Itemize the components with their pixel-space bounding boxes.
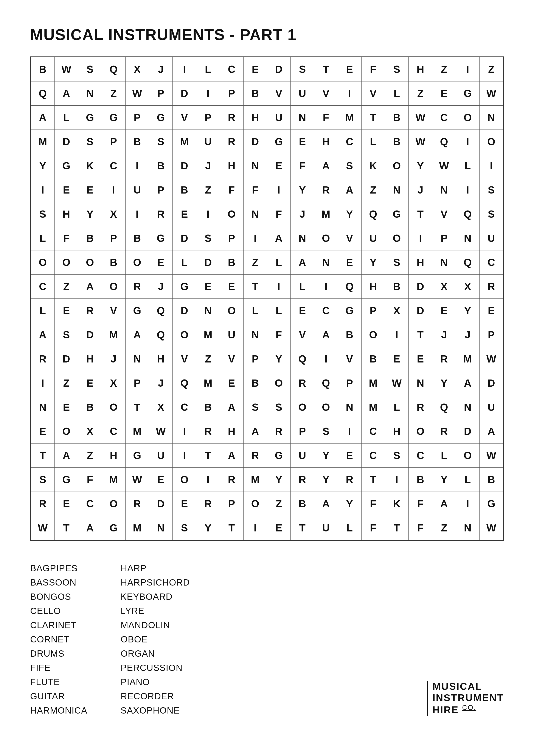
grid-cell: P	[196, 106, 220, 130]
grid-cell: P	[243, 347, 267, 371]
grid-cell: H	[243, 106, 267, 130]
logo-line-3: HIRE CO.	[432, 704, 476, 716]
grid-cell: S	[78, 130, 102, 154]
grid-cell: L	[432, 444, 456, 468]
grid-cell: K	[78, 154, 102, 178]
word-item: ORGAN	[120, 648, 211, 659]
grid-cell: N	[78, 81, 102, 106]
grid-cell: A	[78, 275, 102, 299]
grid-cell: E	[149, 468, 173, 492]
grid-cell: G	[173, 275, 196, 299]
grid-cell: J	[102, 347, 126, 371]
grid-cell: I	[338, 81, 362, 106]
word-column-1: BAGPIPESBASSOONBONGOSCELLOCLARINETCORNET…	[30, 563, 120, 716]
grid-cell: Y	[314, 444, 338, 468]
grid-cell: H	[361, 275, 385, 299]
grid-cell: M	[31, 130, 55, 154]
grid-cell: T	[243, 275, 267, 299]
word-item: HARPSICHORD	[120, 577, 211, 588]
grid-cell: Y	[456, 299, 479, 323]
grid-cell: Q	[102, 57, 126, 81]
grid-cell: G	[338, 299, 362, 323]
grid-cell: R	[314, 178, 338, 202]
grid-cell: F	[361, 492, 385, 516]
grid-cell: V	[173, 106, 196, 130]
grid-cell: C	[102, 154, 126, 178]
grid-cell: O	[220, 299, 243, 323]
grid-cell: N	[456, 516, 479, 540]
grid-cell: O	[385, 226, 409, 251]
grid-cell: H	[220, 419, 243, 444]
word-item: HARP	[120, 563, 211, 574]
grid-cell: B	[243, 371, 267, 395]
grid-cell: B	[338, 323, 362, 347]
grid-cell: P	[125, 106, 149, 130]
grid-cell: F	[291, 154, 314, 178]
grid-cell: I	[173, 419, 196, 444]
grid-cell: P	[220, 226, 243, 251]
grid-cell: A	[31, 106, 55, 130]
grid-cell: L	[267, 299, 291, 323]
grid-cell: E	[267, 516, 291, 540]
grid-cell: N	[432, 251, 456, 275]
grid-cell: I	[125, 154, 149, 178]
grid-cell: Y	[267, 347, 291, 371]
grid-cell: E	[432, 299, 456, 323]
grid-cell: L	[456, 154, 479, 178]
grid-cell: S	[149, 130, 173, 154]
logo-box: MUSICAL INSTRUMENT HIRE CO.	[427, 681, 504, 716]
grid-cell: X	[385, 299, 409, 323]
grid-cell: N	[196, 299, 220, 323]
grid-cell: I	[243, 516, 267, 540]
word-item: GUITAR	[30, 691, 120, 701]
grid-cell: R	[149, 202, 173, 226]
word-item: KEYBOARD	[120, 592, 211, 602]
grid-cell: O	[220, 202, 243, 226]
grid-cell: E	[385, 347, 409, 371]
grid-cell: G	[102, 516, 126, 540]
grid-cell: L	[385, 81, 409, 106]
grid-cell: R	[479, 275, 503, 299]
grid-cell: D	[173, 81, 196, 106]
grid-cell: E	[338, 251, 362, 275]
grid-cell: C	[408, 444, 432, 468]
grid-cell: W	[479, 516, 503, 540]
grid-cell: Z	[102, 81, 126, 106]
grid-cell: P	[220, 81, 243, 106]
grid-cell: I	[456, 130, 479, 154]
grid-cell: W	[408, 106, 432, 130]
grid-cell: T	[408, 202, 432, 226]
grid-cell: W	[149, 419, 173, 444]
grid-cell: V	[102, 299, 126, 323]
grid-cell: W	[479, 347, 503, 371]
grid-cell: M	[102, 323, 126, 347]
grid-cell: Y	[432, 371, 456, 395]
grid-cell: R	[220, 106, 243, 130]
grid-cell: U	[291, 81, 314, 106]
grid-cell: A	[55, 444, 78, 468]
grid-cell: I	[385, 468, 409, 492]
grid-cell: J	[196, 154, 220, 178]
grid-cell: B	[125, 130, 149, 154]
grid-cell: W	[125, 468, 149, 492]
grid-cell: G	[385, 202, 409, 226]
grid-cell: D	[479, 371, 503, 395]
grid-cell: A	[125, 323, 149, 347]
grid-cell: J	[149, 371, 173, 395]
grid-cell: B	[385, 130, 409, 154]
grid-cell: R	[220, 130, 243, 154]
grid-cell: N	[338, 395, 362, 419]
grid-cell: S	[479, 178, 503, 202]
grid-cell: R	[196, 492, 220, 516]
grid-cell: B	[125, 226, 149, 251]
grid-cell: I	[196, 468, 220, 492]
grid-cell: Y	[267, 468, 291, 492]
grid-cell: P	[102, 130, 126, 154]
grid-cell: F	[78, 468, 102, 492]
grid-cell: A	[31, 323, 55, 347]
grid-cell: M	[338, 106, 362, 130]
grid-cell: L	[31, 226, 55, 251]
grid-cell: W	[125, 81, 149, 106]
grid-cell: O	[125, 251, 149, 275]
word-search-grid: BWSQXJILCEDSTEFSHZIZQANZWPDIPBVUVIVLZEGW…	[30, 56, 504, 541]
